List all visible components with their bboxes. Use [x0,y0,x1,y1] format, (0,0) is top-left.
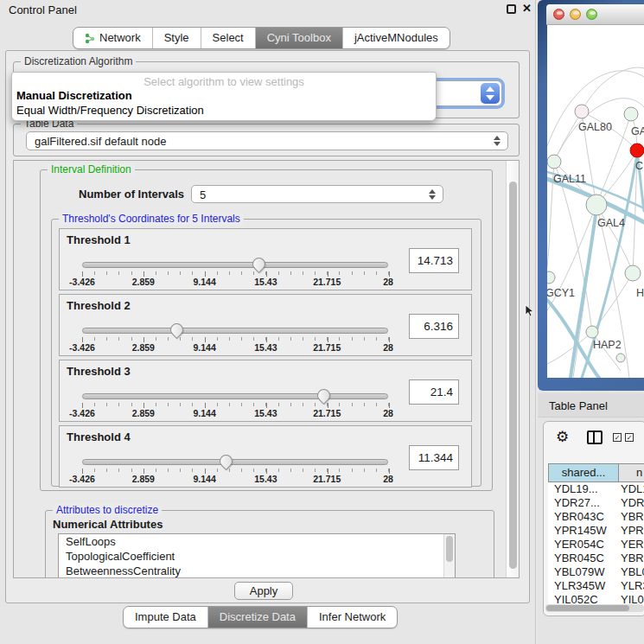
node[interactable] [616,354,625,362]
tab-jactivemnodules[interactable]: jActiveMNodules [342,28,450,48]
threshold-1-panel: Threshold 1 -3.4262.8599.14415.4321.7152… [59,228,472,290]
node-gal11[interactable] [547,155,561,169]
control-panel-titlebar: Control Panel ✕ [0,0,535,19]
table-data-combobox[interactable]: galFiltered.sif default node [26,131,508,150]
algorithm-option-equal-width[interactable]: Equal Width/Frequency Discretization [12,103,436,118]
table-row[interactable]: YBR045CYBR0 [548,552,644,565]
checkbox-icon[interactable]: ✓ [625,433,634,442]
slider-ticks [82,337,389,341]
threshold-3-value-field[interactable]: 21.4 [409,379,459,405]
interval-definition-group-title: Interval Definition [48,163,135,175]
slider-track[interactable] [82,393,388,399]
node-label: GAL80 [578,121,612,133]
tab-style[interactable]: Style [152,28,201,48]
node-gal4[interactable] [586,194,607,215]
threshold-3-slider[interactable] [82,393,388,399]
tab-impute-data[interactable]: Impute Data [124,607,207,628]
gear-icon[interactable]: ⚙ [556,429,569,446]
bottom-tab-bar: Impute Data Discretize Data Infer Networ… [123,606,398,628]
close-traffic-light-icon[interactable] [553,9,564,20]
slider-handle[interactable] [315,386,333,405]
table-panel-title: Table Panel [549,399,608,412]
slider-handle[interactable] [250,255,268,273]
node-gcy1[interactable] [547,271,555,284]
attributes-list-scrollbar[interactable] [443,534,455,578]
threshold-1-value-field[interactable]: 14.713 [409,248,459,273]
scrollbar-thumb[interactable] [509,182,517,569]
tab-discretize-data[interactable]: Discretize Data [207,607,307,628]
node-label: HAP2 [593,339,622,351]
algorithm-placeholder-option[interactable]: Select algorithm to view settings [12,73,436,88]
node-h[interactable] [625,265,641,281]
node[interactable] [624,107,638,121]
slider-track[interactable] [82,459,388,465]
split-columns-icon[interactable] [587,430,603,444]
table-row[interactable]: YDL19...YDL1 [548,482,644,496]
node-label: C [635,160,643,172]
table-row[interactable]: YPR145WYPR1 [548,524,644,538]
tab-network[interactable]: Network [73,28,152,48]
threshold-4-label: Threshold 4 [67,430,131,443]
scrollbar-thumb[interactable] [546,605,629,611]
node-hap2[interactable] [586,326,598,338]
tab-select[interactable]: Select [201,28,255,48]
threshold-3-panel: Threshold 3 -3.4262.8599.14415.4321.7152… [59,360,472,422]
slider-track[interactable] [82,262,388,268]
threshold-2-slider[interactable] [82,328,388,334]
number-of-intervals-value: 5 [200,188,206,201]
node-table: shared... n YDL19...YDL1 YDR27...YDR2 YB… [548,463,644,607]
node-label: GA [631,125,644,137]
network-canvas[interactable]: GAL80 GA GAL11 C GAL4 GCY1 H HAP2 [547,25,644,378]
table-panel-area: Table Panel ⚙ ✓ ✓ shared... n YDL19...YD… [538,391,644,644]
tab-cyni-toolbox[interactable]: Cyni Toolbox [255,28,342,48]
combo-arrows-icon [429,189,437,200]
table-data-selected-value: galFiltered.sif default node [35,135,166,148]
minimize-traffic-light-icon[interactable] [570,9,581,20]
mouse-cursor [525,304,534,318]
table-row[interactable]: YBR043CYBR0 [548,510,644,524]
list-item[interactable]: BetweennessCentrality [59,564,455,578]
tab-network-label: Network [99,28,141,48]
threshold-1-slider[interactable] [82,262,388,268]
discretization-algorithm-group-title: Discretization Algorithm [21,55,136,67]
algorithm-option-manual[interactable]: Manual Discretization [12,88,436,103]
table-row[interactable]: YDR27...YDR2 [548,496,644,510]
node-selected-red[interactable] [630,143,644,157]
checkbox-icon[interactable]: ✓ [613,433,622,442]
tab-infer-network[interactable]: Infer Network [307,607,397,628]
table-panel-header: Table Panel [538,393,644,418]
list-item[interactable]: TopologicalCoefficient [59,549,455,564]
node-label: GAL4 [597,217,625,229]
settings-scrollbar[interactable] [506,161,519,577]
thresholds-group-title: Threshold's Coordinates for 5 Intervals [59,213,244,225]
table-data-group: Table Data galFiltered.sif default node [13,124,520,156]
apply-button[interactable]: Apply [234,582,293,600]
table-row[interactable]: YER054CYER0 [548,538,644,552]
table-horizontal-scrollbar[interactable] [545,604,644,612]
threshold-4-slider[interactable] [82,459,388,465]
table-row[interactable]: YBL079WYBL0 [548,565,644,579]
zoom-traffic-light-icon[interactable] [586,9,597,20]
network-icon [85,33,95,44]
node-gal80[interactable] [575,105,589,118]
slider-tick-labels: -3.4262.8599.14415.4321.71528 [82,408,388,418]
slider-tick-labels: -3.4262.8599.14415.4321.71528 [82,342,388,353]
float-window-icon[interactable] [507,4,516,14]
list-item[interactable]: SelfLoops [59,534,455,549]
slider-handle[interactable] [217,452,235,470]
column-header-shared-name[interactable]: shared... [548,463,619,482]
threshold-3-label: Threshold 3 [67,365,131,378]
number-of-intervals-combobox[interactable]: 5 [191,185,443,203]
slider-track[interactable] [82,328,388,334]
table-row[interactable]: YLR345WYLR3 [548,579,644,593]
close-icon[interactable]: ✕ [522,2,532,15]
threshold-4-value-field[interactable]: 11.344 [409,445,459,470]
cyni-toolbox-panel: Discretization Algorithm Select algorith… [5,50,530,603]
slider-ticks [82,271,389,276]
threshold-2-value-field[interactable]: 6.316 [409,314,459,339]
column-header-name[interactable]: n [619,463,644,482]
slider-ticks [82,403,389,407]
slider-handle[interactable] [168,321,186,339]
combo-stepper-icon[interactable] [481,83,500,104]
attributes-group-title: Attributes to discretize [53,504,162,516]
